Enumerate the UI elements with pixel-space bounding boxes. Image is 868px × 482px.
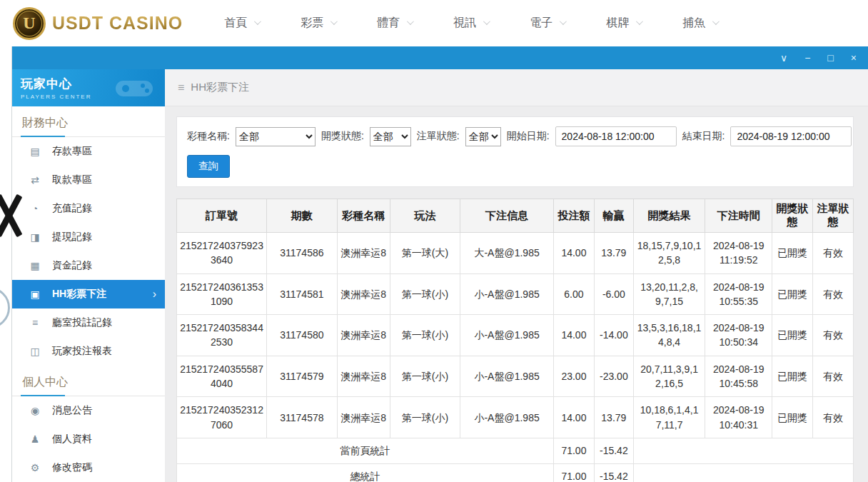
gamepad-icon (113, 76, 155, 100)
table-row: 215217240355587404031174579澳洲幸运8第一球(小)小-… (177, 356, 854, 397)
total-summary-row: 總統計71.00-15.42 (177, 463, 854, 482)
cell-time: 2024-08-19 10:40:31 (705, 397, 772, 438)
sidebar-item-notice[interactable]: ◉消息公告 (12, 396, 165, 425)
cell-order_no: 2152172403583442530 (177, 315, 267, 356)
start-date-label: 開始日期: (507, 130, 550, 143)
profile-icon: ♟ (29, 433, 41, 445)
lottery-name-select[interactable]: 全部 (236, 127, 316, 146)
brand-logo[interactable]: U USDT CASINO (13, 7, 183, 40)
order-status-select[interactable]: 全部 (465, 127, 501, 146)
decorative-ring-shape (0, 287, 10, 328)
table-header-row: 訂單號期數彩種名稱玩法下注信息投注額輸贏開獎結果下注時間開獎狀態注單狀態 (177, 199, 854, 233)
column-header: 彩種名稱 (337, 199, 390, 233)
menu-icon[interactable]: ≡ (178, 81, 184, 94)
cell-bet_info: 小-A盤@1.985 (460, 315, 554, 356)
summary-bet-amount: 71.00 (553, 463, 594, 482)
start-date-input[interactable] (555, 126, 677, 146)
sidebar-item-player-report[interactable]: ◫玩家投注報表 (12, 337, 165, 366)
summary-winloss: -15.42 (594, 463, 633, 482)
hall-bet-record-icon: ≡ (29, 317, 41, 328)
window-minimize-button[interactable]: − (804, 53, 810, 63)
sidebar-item-label: 消息公告 (52, 404, 92, 417)
nav-item-1[interactable]: 彩票 (301, 16, 335, 31)
cell-time: 2024-08-19 10:55:35 (705, 273, 772, 315)
chevron-down-icon (330, 18, 338, 25)
window-maximize-button[interactable]: □ (827, 53, 833, 63)
cell-lottery: 澳洲幸运8 (337, 356, 390, 397)
window-close-button[interactable]: × (851, 53, 857, 63)
cell-play: 第一球(小) (390, 356, 460, 397)
breadcrumb-label: HH彩票下注 (191, 81, 249, 94)
chevron-right-icon: › (153, 288, 156, 301)
chevron-down-icon (483, 18, 490, 25)
cell-result: 10,18,6,1,4,17,11,7 (633, 397, 705, 438)
cell-bet_info: 小-A盤@1.985 (460, 397, 554, 438)
order-status-label: 注單狀態: (417, 130, 460, 143)
end-date-input[interactable] (730, 126, 852, 146)
top-navbar: U USDT CASINO 首頁彩票體育視訊電子棋牌捕魚 (0, 0, 868, 46)
summary-winloss: -15.42 (594, 438, 633, 463)
cell-winloss: -6.00 (594, 273, 633, 315)
cell-order_status: 有效 (813, 356, 854, 397)
cell-bet_info: 大-A盤@1.985 (460, 233, 554, 274)
nav-item-5[interactable]: 棋牌 (606, 16, 641, 31)
nav-item-6[interactable]: 捕魚 (682, 16, 717, 31)
sidebar-item-hall-bet-record[interactable]: ≡廳室投註記錄 (12, 308, 165, 337)
cell-period: 31174578 (267, 397, 338, 438)
cell-order_status: 有效 (813, 397, 854, 438)
sidebar-item-label: 取款專區 (52, 174, 92, 186)
sidebar-item-recharge-record[interactable]: ◔充值記錄 (12, 194, 165, 223)
cell-time: 2024-08-19 10:45:58 (705, 356, 772, 397)
sidebar-item-withdraw-record[interactable]: ◨提現記錄 (12, 223, 165, 251)
nav-item-label: 首頁 (224, 16, 247, 31)
breadcrumb: ≡ HH彩票下注 (165, 69, 868, 106)
cell-bet_info: 小-A盤@1.985 (460, 273, 554, 315)
column-header: 開獎狀態 (772, 199, 813, 233)
sidebar-item-hh-lottery-bet[interactable]: ▣HH彩票下注› (12, 280, 165, 308)
sidebar-item-funds-record[interactable]: ▦資金記錄 (12, 251, 165, 280)
sidebar-item-profile[interactable]: ♟個人資料 (12, 425, 165, 453)
deposit-icon: ▤ (29, 146, 41, 157)
sidebar-item-label: 修改密碼 (52, 461, 92, 474)
window-chevron-down-icon[interactable]: ∨ (780, 53, 787, 63)
sidebar-item-label: HH彩票下注 (52, 288, 106, 301)
chevron-down-icon (254, 18, 261, 25)
cell-play: 第一球(小) (390, 397, 460, 438)
cell-winloss: 13.79 (594, 397, 633, 438)
summary-bet-amount: 71.00 (553, 438, 594, 463)
password-icon: ⚙ (29, 462, 41, 473)
column-header: 輸贏 (594, 199, 633, 233)
sidebar-item-deposit[interactable]: ▤存款專區 (12, 137, 165, 166)
draw-status-select[interactable]: 全部 (370, 127, 411, 146)
cell-order_no: 2152172403523127060 (177, 397, 267, 438)
table-row: 215217240358344253031174580澳洲幸运8第一球(小)小-… (177, 315, 854, 356)
main-content: ≡ HH彩票下注 彩種名稱: 全部 開獎狀態: 全部 注單狀態: (165, 69, 868, 482)
sidebar-item-password[interactable]: ⚙修改密碼 (12, 453, 165, 482)
cell-play: 第一球(小) (390, 273, 460, 315)
filter-row: 彩種名稱: 全部 開獎狀態: 全部 注單狀態: 全部 開始日期: (187, 126, 843, 146)
notice-icon: ◉ (29, 405, 41, 416)
column-header: 下注時間 (705, 199, 772, 233)
nav-item-4[interactable]: 電子 (530, 16, 565, 31)
sidebar-item-withdraw[interactable]: ⇄取款專區 (12, 166, 165, 194)
end-date-label: 結束日期: (682, 130, 725, 143)
player-center-window: ∨ − □ × 玩家中心 PLAYERS CENTER 財務中心▤存款專區⇄取款… (11, 46, 868, 482)
nav-item-label: 彩票 (301, 16, 323, 31)
cell-order_no: 2152172403759233640 (177, 233, 267, 274)
cell-order_no: 2152172403613531090 (177, 273, 267, 315)
search-button[interactable]: 查詢 (187, 155, 230, 178)
nav-item-0[interactable]: 首頁 (224, 16, 259, 31)
nav-item-2[interactable]: 體育 (377, 16, 412, 31)
sidebar-section-label: 財務中心 (12, 106, 165, 137)
cell-order_status: 有效 (813, 273, 854, 315)
cell-order_no: 2152172403555874040 (177, 356, 267, 397)
cell-time: 2024-08-19 11:19:52 (705, 233, 772, 274)
nav-item-3[interactable]: 視訊 (453, 16, 488, 31)
sidebar-item-label: 存款專區 (52, 145, 92, 158)
cell-time: 2024-08-19 10:50:34 (705, 315, 772, 356)
cell-period: 31174579 (267, 356, 338, 397)
sidebar-item-label: 玩家投注報表 (52, 345, 112, 358)
cell-play: 第一球(大) (390, 233, 460, 274)
sidebar-title: 玩家中心 (21, 76, 91, 92)
column-header: 開獎結果 (633, 199, 705, 233)
